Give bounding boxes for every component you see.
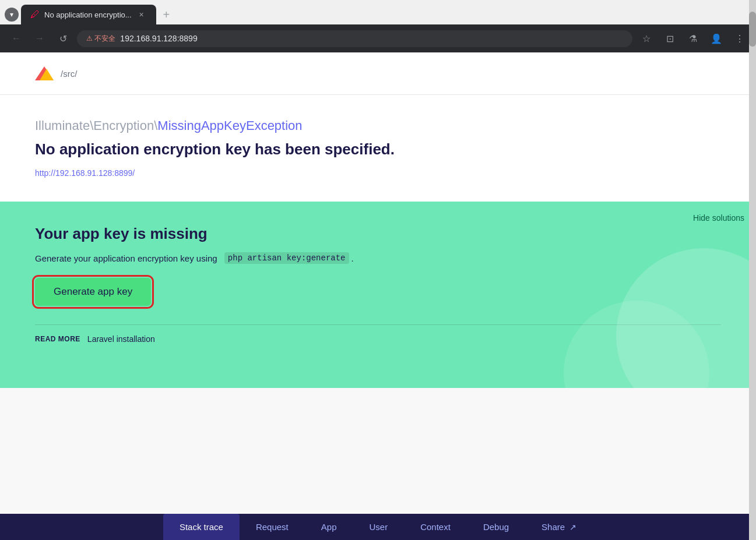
- tab-app[interactable]: App: [305, 514, 353, 540]
- profile-button[interactable]: 👤: [707, 29, 726, 48]
- error-page: /src/ Illuminate\Encryption\MissingAppKe…: [0, 52, 756, 388]
- tab-request[interactable]: Request: [240, 514, 305, 540]
- lab-button[interactable]: ⚗: [684, 29, 702, 48]
- tab-favicon: 🖊: [30, 10, 40, 19]
- nav-icons: ☆ ⊡ ⚗ 👤 ⋮: [637, 29, 749, 48]
- reload-button[interactable]: ↺: [54, 29, 72, 48]
- exception-namespace: Illuminate\Encryption\: [35, 118, 157, 133]
- tab-bar: ▾ 🖊 No application encryptio... × +: [0, 0, 756, 24]
- exception-class-name: MissingAppKeyException: [157, 118, 302, 133]
- tab-debug[interactable]: Debug: [467, 514, 525, 540]
- menu-button[interactable]: ⋮: [730, 29, 749, 48]
- tab-user[interactable]: User: [353, 514, 405, 540]
- read-more-link[interactable]: Laravel installation: [87, 334, 155, 344]
- share-icon: ↗: [569, 523, 576, 532]
- security-warning: ⚠ 不安全: [86, 34, 115, 44]
- error-header: /src/: [0, 52, 756, 95]
- hide-solutions-button[interactable]: Hide solutions: [693, 213, 744, 223]
- active-tab: 🖊 No application encryptio... ×: [21, 5, 156, 24]
- logo-icon: [35, 64, 54, 83]
- exception-class: Illuminate\Encryption\MissingAppKeyExcep…: [35, 118, 721, 133]
- bookmark-button[interactable]: ☆: [637, 29, 656, 48]
- bottom-tab-bar: Stack trace Request App User Context Deb…: [0, 514, 756, 540]
- logo: /src/: [35, 64, 77, 83]
- tab-context[interactable]: Context: [404, 514, 467, 540]
- scrollbar[interactable]: [749, 0, 756, 540]
- tab-share[interactable]: Share ↗: [525, 514, 593, 540]
- tab-title: No application encryptio...: [44, 10, 132, 19]
- browser-chrome: ▾ 🖊 No application encryptio... × + ← → …: [0, 0, 756, 52]
- solutions-command: php artisan key:generate: [224, 252, 349, 264]
- back-button[interactable]: ←: [7, 29, 26, 48]
- logo-path: /src/: [61, 69, 77, 79]
- nav-bar: ← → ↺ ⚠ 不安全 192.168.91.128:8899 ☆ ⊡ ⚗ 👤 …: [0, 24, 756, 52]
- scrollbar-thumb[interactable]: [749, 12, 756, 47]
- address-text: 192.168.91.128:8899: [120, 34, 623, 43]
- extensions-button[interactable]: ⊡: [660, 29, 679, 48]
- page-content: /src/ Illuminate\Encryption\MissingAppKe…: [0, 52, 756, 540]
- solutions-desc-prefix: Generate your application encryption key…: [35, 253, 217, 263]
- tab-close-button[interactable]: ×: [136, 9, 147, 20]
- new-tab-button[interactable]: +: [159, 6, 175, 24]
- forward-button[interactable]: →: [30, 29, 49, 48]
- address-bar[interactable]: ⚠ 不安全 192.168.91.128:8899: [77, 30, 632, 47]
- share-label: Share: [541, 522, 565, 532]
- solutions-desc-suffix: .: [351, 253, 354, 263]
- exception-url[interactable]: http://192.168.91.128:8899/: [35, 168, 135, 178]
- exception-message: No application encryption key has been s…: [35, 140, 721, 158]
- solutions-title: Your app key is missing: [35, 225, 721, 243]
- error-info: Illuminate\Encryption\MissingAppKeyExcep…: [0, 95, 756, 202]
- read-more-label: READ MORE: [35, 335, 80, 343]
- tab-switcher-button[interactable]: ▾: [5, 8, 19, 22]
- tab-stack-trace[interactable]: Stack trace: [163, 514, 240, 540]
- solutions-description: Generate your application encryption key…: [35, 252, 721, 264]
- generate-app-key-button[interactable]: Generate app key: [35, 278, 151, 306]
- solutions-section: Hide solutions Your app key is missing G…: [0, 202, 756, 388]
